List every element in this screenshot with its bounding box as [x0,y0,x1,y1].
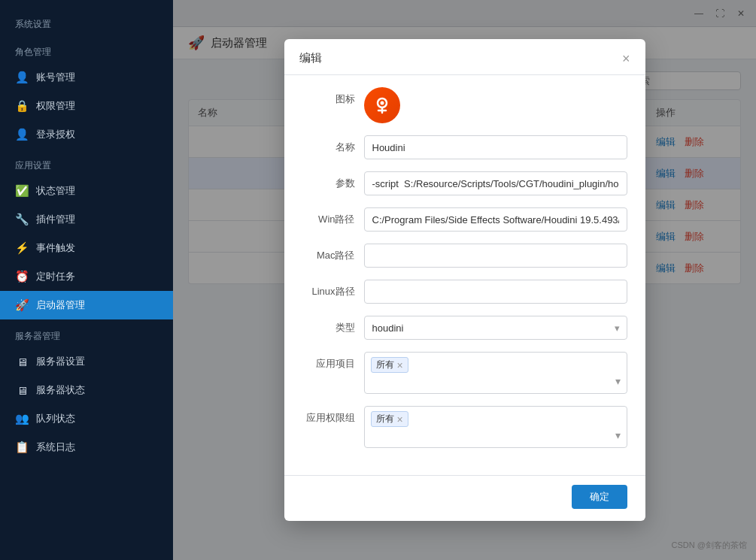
dialog-close-button[interactable]: × [622,52,630,65]
form-row-params: 参数 [302,171,627,195]
win-path-label: Win路径 [302,207,355,226]
server-settings-label: 服务器设置 [36,355,85,368]
name-input[interactable] [364,135,627,159]
queue-label: 队列状态 [36,412,75,425]
tag-label: 所有 [376,359,394,371]
type-select-wrap[interactable]: houdini maya blender nuke other [364,316,627,340]
dialog-header: 编辑 × [284,39,645,75]
server-status-icon: 🖥 [15,383,29,397]
win-path-control [364,207,627,232]
app-project-tag: 所有 × [371,357,408,373]
permission-group-label: 应用权限组 [302,406,355,425]
permission-group-tag-input[interactable]: 所有 × ▾ [364,406,627,448]
form-row-app-project: 应用项目 所有 × ▾ [302,352,627,394]
sidebar-item-queue[interactable]: 👥 队列状态 [0,404,173,433]
form-row-win-path: Win路径 [302,207,627,232]
params-control [364,171,627,195]
type-control: houdini maya blender nuke other [364,316,627,340]
tag-remove-button[interactable]: × [397,413,403,425]
server-management-section: 服务器管理 [0,319,173,347]
permission-group-control: 所有 × ▾ [364,406,627,448]
account-label: 账号管理 [36,71,75,84]
form-row-type: 类型 houdini maya blender nuke other [302,316,627,340]
plugin-label: 插件管理 [36,213,75,226]
sidebar-item-launcher[interactable]: 🚀 启动器管理 [0,291,173,319]
sidebar-item-login-auth[interactable]: 👤 登录授权 [0,120,173,149]
tag-label: 所有 [376,413,394,425]
event-icon: ⚡ [15,241,29,255]
sidebar-item-permission[interactable]: 🔒 权限管理 [0,92,173,120]
tag-remove-button[interactable]: × [397,359,403,371]
login-auth-label: 登录授权 [36,128,75,141]
dialog-title: 编辑 [299,51,322,65]
name-label: 名称 [302,135,355,154]
sidebar-item-status[interactable]: ✅ 状态管理 [0,177,173,205]
status-icon: ✅ [15,184,29,198]
sidebar-item-account[interactable]: 👤 账号管理 [0,63,173,92]
sidebar-item-event[interactable]: ⚡ 事件触发 [0,234,173,262]
app-project-tag-input[interactable]: 所有 × ▾ [364,352,627,394]
dialog-body: 图标 名称 [284,75,645,475]
linux-path-control [364,280,627,304]
app-settings-section: 应用设置 [0,149,173,177]
permission-label: 权限管理 [36,99,75,113]
system-settings-section: 系统设置 [0,8,173,35]
sidebar-item-scheduled[interactable]: ⏰ 定时任务 [0,262,173,291]
mac-path-label: Mac路径 [302,244,355,262]
account-icon: 👤 [15,71,29,84]
name-control [364,135,627,159]
rocket-icon: 🚀 [15,298,29,312]
person-icon: 👤 [15,128,29,141]
scheduled-label: 定时任务 [36,270,75,283]
form-row-mac-path: Mac路径 [302,244,627,268]
tag-dropdown-icon[interactable]: ▾ [615,429,621,441]
server-status-label: 服务器状态 [36,383,85,397]
permission-group-tag: 所有 × [371,411,408,427]
sidebar-item-server-settings[interactable]: 🖥 服务器设置 [0,347,173,376]
houdini-icon-preview [364,87,400,123]
icon-label: 图标 [302,87,355,106]
confirm-button[interactable]: 确定 [572,485,627,509]
params-label: 参数 [302,171,355,190]
plugin-icon: 🔧 [15,213,29,226]
event-label: 事件触发 [36,241,75,255]
status-label: 状态管理 [36,184,75,198]
win-path-input[interactable] [364,207,627,232]
mac-path-input[interactable] [364,244,627,268]
role-management-section: 角色管理 [0,35,173,63]
type-label: 类型 [302,316,355,334]
mac-path-control [364,244,627,268]
dialog-overlay: 编辑 × 图标 [173,0,756,560]
sidebar-item-server-status[interactable]: 🖥 服务器状态 [0,376,173,404]
linux-path-label: Linux路径 [302,280,355,298]
app-project-label: 应用项目 [302,352,355,371]
server-settings-icon: 🖥 [15,355,29,368]
edit-dialog: 编辑 × 图标 [284,39,645,521]
svg-point-1 [380,101,384,105]
syslog-label: 系统日志 [36,440,75,454]
dialog-footer: 确定 [284,475,645,521]
form-row-name: 名称 [302,135,627,159]
form-row-permission-group: 应用权限组 所有 × ▾ [302,406,627,448]
sidebar-item-syslog[interactable]: 📋 系统日志 [0,433,173,462]
log-icon: 📋 [15,440,29,454]
sidebar-item-plugin[interactable]: 🔧 插件管理 [0,205,173,234]
queue-icon: 👥 [15,412,29,425]
form-row-linux-path: Linux路径 [302,280,627,304]
linux-path-input[interactable] [364,280,627,304]
lock-icon: 🔒 [15,99,29,113]
app-project-control: 所有 × ▾ [364,352,627,394]
clock-icon: ⏰ [15,270,29,283]
launcher-label: 启动器管理 [36,298,85,312]
type-select[interactable]: houdini maya blender nuke other [364,316,627,340]
form-row-icon: 图标 [302,87,627,123]
tag-dropdown-icon[interactable]: ▾ [615,375,621,387]
params-input[interactable] [364,171,627,195]
main-area: — ⛶ ✕ 🚀 启动器管理 🔍 名称 参数 应用中显示 操作 编辑 [173,0,756,560]
sidebar: 系统设置 角色管理 👤 账号管理 🔒 权限管理 👤 登录授权 应用设置 ✅ 状态… [0,0,173,560]
icon-preview [364,87,627,123]
